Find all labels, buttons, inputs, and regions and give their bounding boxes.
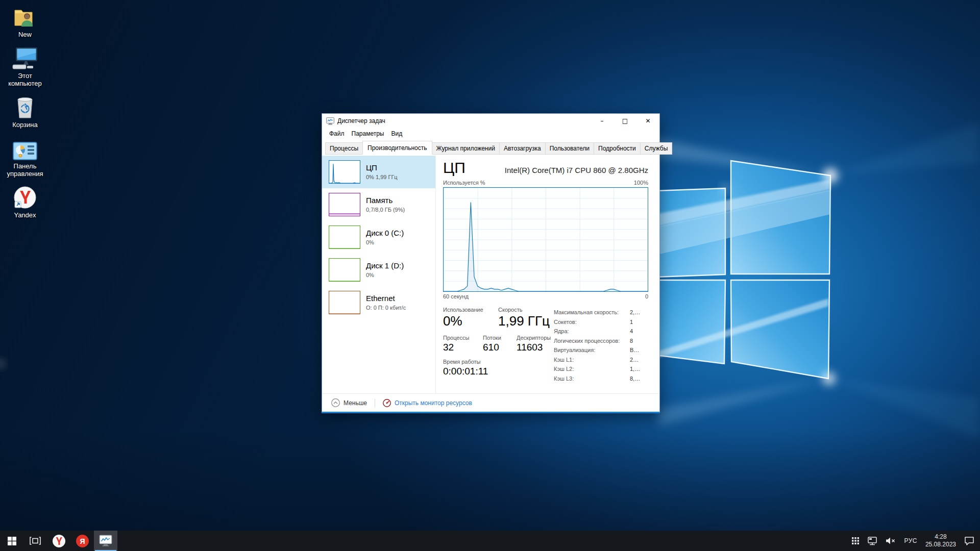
menu-view[interactable]: Вид bbox=[387, 129, 406, 138]
sidebar-item-sub: 0,7/8,0 ГБ (9%) bbox=[366, 206, 405, 213]
cpu-panel: ЦП Intel(R) Core(TM) i7 CPU 860 @ 2.80GH… bbox=[436, 155, 659, 393]
tab-users[interactable]: Пользователи bbox=[545, 142, 594, 155]
control-panel-icon bbox=[13, 136, 37, 160]
task-view-icon bbox=[30, 537, 41, 545]
taskbar-task-manager-button[interactable] bbox=[94, 531, 117, 551]
speed-label: Скорость bbox=[498, 307, 550, 313]
tab-performance[interactable]: Производительность bbox=[362, 141, 432, 155]
menu-options[interactable]: Параметры bbox=[348, 129, 388, 138]
title-bar[interactable]: Диспетчер задач – □ ✕ bbox=[322, 114, 659, 128]
close-button[interactable]: ✕ bbox=[636, 114, 659, 128]
chart-y-axis-label: Используется % bbox=[443, 180, 485, 186]
tab-app-history[interactable]: Журнал приложений bbox=[432, 142, 500, 155]
window-title: Диспетчер задач bbox=[337, 117, 591, 124]
clock[interactable]: 4:28 25.08.2023 bbox=[922, 531, 960, 551]
sidebar-item-title: Ethernet bbox=[366, 294, 406, 303]
taskbar-yandex-button[interactable]: Я bbox=[70, 531, 94, 551]
task-manager-taskbar-icon bbox=[99, 535, 112, 547]
cpu-panel-title: ЦП bbox=[443, 160, 465, 176]
maximize-button[interactable]: □ bbox=[614, 114, 636, 128]
yandex-taskbar-icon: Я bbox=[76, 534, 89, 548]
menu-file[interactable]: Файл bbox=[326, 129, 348, 138]
task-view-button[interactable] bbox=[23, 531, 47, 551]
l2-cache-label: Кэш L2: bbox=[554, 364, 630, 374]
language-indicator[interactable]: РУС bbox=[900, 531, 921, 551]
max-speed-value: 2,… bbox=[630, 308, 648, 317]
system-tray: РУС 4:28 25.08.2023 bbox=[848, 531, 980, 551]
menu-bar: Файл Параметры Вид bbox=[322, 128, 659, 139]
threads-value: 610 bbox=[483, 342, 517, 353]
sidebar-item-memory[interactable]: Память 0,7/8,0 ГБ (9%) bbox=[322, 188, 435, 221]
cpu-usage-chart[interactable] bbox=[443, 187, 648, 292]
uptime-label: Время работы bbox=[443, 359, 488, 365]
sidebar-item-title: Память bbox=[366, 196, 405, 205]
cpu-mini-chart bbox=[329, 160, 360, 184]
action-center-button[interactable] bbox=[961, 531, 978, 551]
tab-details[interactable]: Подробности bbox=[594, 142, 641, 155]
desktop-icon-control-panel[interactable]: Панель управления bbox=[3, 136, 47, 178]
l3-cache-label: Кэш L3: bbox=[554, 374, 630, 384]
speed-value: 1,99 ГГц bbox=[498, 313, 550, 329]
sidebar-item-title: ЦП bbox=[366, 163, 398, 172]
tab-services[interactable]: Службы bbox=[640, 142, 672, 155]
uptime-value: 0:00:01:11 bbox=[443, 366, 488, 377]
clock-date: 25.08.2023 bbox=[925, 541, 956, 548]
desktop-icons: New Этот компьютер bbox=[3, 4, 47, 226]
sidebar-item-sub: 0% bbox=[366, 239, 404, 246]
minimize-button[interactable]: – bbox=[591, 114, 614, 128]
chart-x-left-label: 60 секунд bbox=[443, 293, 469, 299]
footer-divider bbox=[375, 399, 375, 407]
taskbar-yandex-browser-button[interactable] bbox=[47, 531, 70, 551]
shared-folder-icon bbox=[13, 4, 37, 29]
tab-bar: Процессы Производительность Журнал прило… bbox=[322, 139, 659, 155]
task-manager-icon bbox=[326, 117, 334, 125]
sockets-label: Сокетов: bbox=[554, 317, 630, 327]
fewer-details-label: Меньше bbox=[344, 399, 367, 407]
sidebar-item-sub: О: 0 П: 0 кбит/с bbox=[366, 304, 406, 311]
desktop-icon-yandex[interactable]: Yandex bbox=[3, 185, 47, 219]
handles-value: 11603 bbox=[517, 342, 551, 353]
hidden-icons-button[interactable] bbox=[848, 531, 863, 551]
sidebar-item-cpu[interactable]: ЦП 0% 1,99 ГГц bbox=[322, 156, 435, 188]
start-button[interactable] bbox=[0, 531, 23, 551]
windows-start-icon bbox=[8, 537, 16, 545]
cpu-model-name: Intel(R) Core(TM) i7 CPU 860 @ 2.80GHz bbox=[505, 166, 648, 176]
disk1-mini-chart bbox=[329, 258, 360, 282]
chevron-up-circle-icon bbox=[331, 398, 340, 407]
sidebar-item-title: Диск 0 (C:) bbox=[366, 229, 404, 238]
logical-processors-label: Логических процессоров: bbox=[554, 336, 630, 346]
tab-startup[interactable]: Автозагрузка bbox=[499, 142, 546, 155]
desktop-icon-label: Панель управления bbox=[3, 162, 47, 178]
handles-label: Дескрипторы bbox=[517, 335, 551, 341]
sidebar-item-ethernet[interactable]: Ethernet О: 0 П: 0 кбит/с bbox=[322, 286, 435, 319]
taskbar-empty-area bbox=[117, 531, 848, 551]
volume-button[interactable] bbox=[882, 531, 899, 551]
sidebar-item-disk0[interactable]: Диск 0 (C:) 0% bbox=[322, 221, 435, 254]
action-center-icon bbox=[964, 536, 974, 545]
open-resource-monitor-link[interactable]: Открыть монитор ресурсов bbox=[380, 397, 475, 409]
hidden-icons-grid-icon bbox=[852, 537, 859, 544]
l2-cache-value: 1,… bbox=[630, 364, 648, 374]
resource-monitor-icon bbox=[383, 399, 391, 407]
yandex-browser-taskbar-icon bbox=[52, 534, 66, 548]
l1-cache-value: 2… bbox=[630, 355, 648, 365]
fewer-details-button[interactable]: Меньше bbox=[328, 396, 370, 409]
desktop-icon-this-pc[interactable]: Этот компьютер bbox=[3, 45, 47, 87]
usage-label: Использование bbox=[443, 307, 498, 313]
desktop-icon-label: Yandex bbox=[14, 211, 36, 219]
l3-cache-value: 8,… bbox=[630, 374, 648, 384]
sidebar-item-disk1[interactable]: Диск 1 (D:) 0% bbox=[322, 254, 435, 286]
open-resource-monitor-label: Открыть монитор ресурсов bbox=[395, 399, 472, 407]
desktop-icon-new[interactable]: New bbox=[3, 4, 47, 38]
memory-mini-chart bbox=[329, 193, 360, 216]
performance-sidebar: ЦП 0% 1,99 ГГц Память 0,7/8,0 ГБ (9%) bbox=[322, 155, 436, 393]
ethernet-mini-chart bbox=[329, 291, 360, 314]
tab-processes[interactable]: Процессы bbox=[325, 142, 363, 155]
ethernet-network-icon bbox=[867, 537, 877, 545]
sidebar-item-title: Диск 1 (D:) bbox=[366, 261, 404, 270]
computer-icon bbox=[12, 45, 38, 70]
clock-time: 4:28 bbox=[935, 533, 946, 541]
network-status-button[interactable] bbox=[864, 531, 881, 551]
desktop-icon-recycle-bin[interactable]: Корзина bbox=[3, 94, 47, 129]
cpu-stats-left: Использование 0% Скорость 1,99 ГГц Проце… bbox=[443, 307, 554, 383]
